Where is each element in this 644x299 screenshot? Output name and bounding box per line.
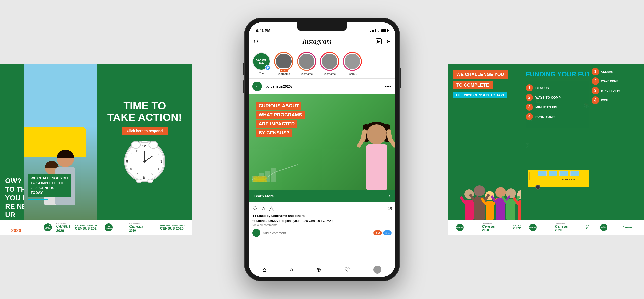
svg-point-18 (149, 141, 158, 148)
like-icon[interactable]: ♡ (252, 205, 258, 212)
phone-outer: 9:41 PM ○ ⊙ Instagram (244, 18, 400, 281)
nav-profile-avatar[interactable] (373, 266, 381, 274)
post-image: CURIOUS ABOUT WHAT PROGRAMS ARE IMPACTED… (249, 94, 395, 190)
card-far-right: 1 CENSUS 2 WAYS COMP 3 MINUT To Fim 4 Wo… (589, 64, 644, 235)
story-username-3[interactable]: usern... (343, 52, 362, 75)
comment-badges: ♥ 2 ● 1 (373, 230, 392, 235)
svg-text:3: 3 (160, 159, 163, 163)
learn-more-bar[interactable]: Learn More › (249, 190, 395, 202)
phone-screen: 9:41 PM ○ ⊙ Instagram (249, 22, 395, 277)
learn-more-arrow-icon: › (389, 193, 390, 199)
learn-more-text: Learn More (254, 194, 274, 198)
story-your[interactable]: CENSUS2020 + You (252, 52, 270, 75)
svg-text:6: 6 (143, 176, 145, 180)
card-far-right-footer: US CENSUS Census (589, 220, 644, 235)
live-badge: LIVE (279, 68, 288, 72)
card-left-2-footer: US CENSUS United States Census 2020 Fort… (97, 220, 192, 235)
click-here-button[interactable]: Click here to respond (122, 127, 168, 135)
svg-text:5: 5 (151, 173, 153, 176)
view-comments[interactable]: View all comments (252, 223, 392, 227)
bottom-nav: ⌂ ○ ⊕ ♡ (249, 262, 395, 277)
far-right-numbers: 1 CENSUS 2 WAYS COMP 3 MINUT To Fim 4 Wo… (592, 68, 641, 104)
instagram-logo: Instagram (302, 37, 331, 45)
send-icon[interactable]: ➤ (386, 38, 390, 44)
svg-point-16 (143, 160, 146, 163)
instagram-header: ⊙ Instagram ▶ ➤ (249, 35, 395, 48)
svg-rect-38 (271, 168, 276, 182)
post-avatar: C (252, 82, 262, 91)
status-time: 9:41 PM (256, 28, 270, 33)
nav-search-icon[interactable]: ○ (290, 266, 293, 273)
card-left-2: TIME TO TAKE ACTION! Click here to respo… (97, 64, 192, 235)
wifi-icon: ○ (377, 29, 379, 33)
svg-text:11: 11 (136, 149, 139, 152)
post-text-overlay: CURIOUS ABOUT WHAT PROGRAMS ARE IMPACTED… (256, 102, 305, 138)
svg-text:2: 2 (158, 153, 159, 156)
svg-text:10: 10 (129, 153, 132, 156)
clock-icon: 12 3 6 9 1 2 4 5 7 8 10 11 (122, 139, 167, 184)
likes-text: ●● Liked by usurname and others (252, 214, 392, 218)
commenter-avatar (252, 229, 260, 237)
svg-text:7: 7 (136, 173, 138, 176)
camera-icon[interactable]: ⊙ (254, 38, 258, 45)
svg-point-20 (136, 179, 142, 183)
side-button (400, 68, 401, 88)
blue-underline (28, 199, 48, 200)
svg-text:12: 12 (142, 144, 146, 148)
phone-mockup: 9:41 PM ○ ⊙ Instagram (244, 18, 400, 281)
story-username-1-label: username (301, 72, 313, 75)
svg-point-21 (147, 179, 153, 183)
challenge-right-overlay: WE CHALLENGE YOU TO COMPLETE THE 2020 CE… (453, 70, 508, 98)
bookmark-icon[interactable]: ⎚ (388, 205, 392, 212)
graph-icon (252, 162, 298, 182)
story-live-username[interactable]: LIVE username (274, 52, 293, 75)
signal-bars-icon (370, 29, 376, 32)
girl-figure (365, 122, 388, 190)
svg-point-42 (253, 176, 267, 179)
comment-icon[interactable]: ○ (262, 205, 265, 212)
svg-text:8: 8 (130, 168, 132, 171)
svg-point-17 (131, 141, 140, 148)
stories-row: CENSUS2020 + You (249, 48, 395, 79)
svg-text:1: 1 (151, 149, 153, 152)
svg-rect-19 (141, 141, 148, 143)
story-add-button[interactable]: + (265, 65, 270, 70)
ig-header-icons: ▶ ➤ (376, 38, 390, 44)
post-actions: ♡ ○ △ ⎚ ●● Liked by usurname and others … (249, 202, 395, 239)
story-username-2[interactable]: username (320, 52, 339, 75)
nav-home-icon[interactable]: ⌂ (263, 266, 266, 273)
post-more-button[interactable]: ••• (385, 84, 392, 89)
post-account-name: fbc.census2020v (264, 84, 293, 88)
like-count-badge: ♥ 2 (373, 230, 382, 235)
post-header: C fbc.census2020v ••• (249, 79, 395, 94)
nav-add-icon[interactable]: ⊕ (316, 266, 321, 273)
census-circle-1: FORT BEND COUNTY (44, 223, 52, 231)
speech-icon: ● (385, 231, 387, 235)
post-caption: fbc.census2020v Respond your 2020 Census… (252, 219, 392, 223)
svg-text:9: 9 (126, 159, 128, 163)
challenge-overlay-left: WE CHALLENGE YOU TO COMPLETE THE 2020 CE… (28, 174, 71, 200)
phone-notch (297, 22, 347, 31)
nav-heart-icon[interactable]: ♡ (345, 266, 350, 273)
svg-text:4: 4 (158, 168, 159, 171)
status-icons: ○ (370, 29, 388, 33)
story-username-2-label: username (324, 72, 336, 75)
vol-down-button (243, 80, 244, 93)
vol-up-button (243, 63, 244, 75)
story-you-label: You (259, 72, 264, 75)
comment-input[interactable] (263, 231, 371, 235)
story-username-3-label: usern... (348, 72, 357, 75)
tv-icon[interactable]: ▶ (376, 38, 382, 44)
heart-icon: ♥ (375, 231, 377, 235)
story-live-label: username (278, 72, 290, 75)
battery-icon (381, 29, 388, 32)
time-to-take-action-title: TIME TO TAKE ACTION! (107, 100, 182, 123)
share-icon[interactable]: △ (269, 205, 274, 212)
story-username-1[interactable]: username (297, 52, 316, 75)
comment-row: ♥ 2 ● 1 (252, 229, 392, 237)
comment-count-badge: ● 1 (383, 230, 392, 235)
